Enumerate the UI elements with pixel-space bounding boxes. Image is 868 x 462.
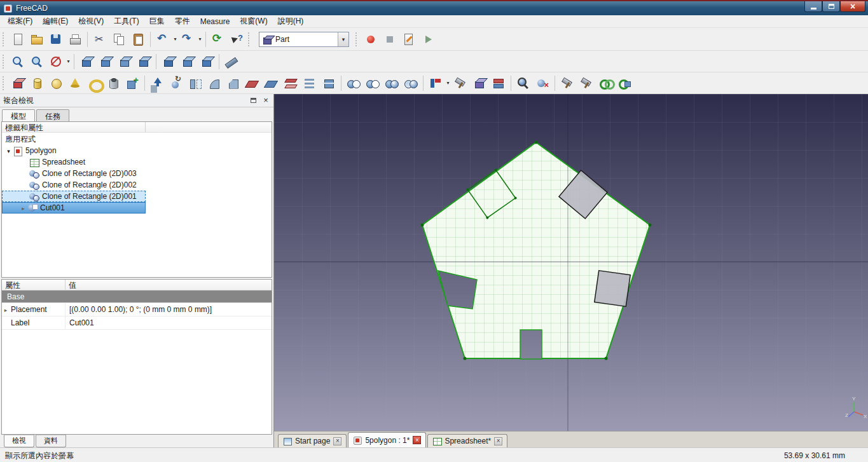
boolean-common-button[interactable] [401,74,420,93]
property-row-placement[interactable]: Placement [(0.00 0.00 1.00); 0 °; (0 mm … [2,303,272,316]
split-pick-button[interactable] [451,74,470,93]
mirror-button[interactable] [186,74,205,93]
tab-view[interactable]: 檢視 [4,435,34,447]
undo-button[interactable] [153,30,172,49]
menu-part[interactable]: 零件 [170,15,195,28]
create-torus-button[interactable] [85,74,104,93]
workbench-dropdown-arrow[interactable] [338,32,348,46]
tree-row-document[interactable]: 5polygon [2,145,146,156]
defeaturing-button[interactable] [533,74,552,93]
ruled-surface-button[interactable] [262,74,281,93]
explode-compound-button[interactable] [489,74,508,93]
expander-closed-icon[interactable] [20,203,27,212]
3d-scene[interactable]: Y X Z [274,94,868,431]
tab-model[interactable]: 模型 [2,109,35,121]
menu-macro[interactable]: 巨集 [144,15,170,28]
view-left-button[interactable] [197,52,216,71]
fit-selection-button[interactable] [27,52,46,71]
create-box-button[interactable] [8,74,27,93]
boolean-operation-button[interactable] [344,74,363,93]
title-bar[interactable]: FreeCAD [0,1,868,15]
slice-button[interactable] [577,74,596,93]
compound-tools-button[interactable] [470,74,489,93]
check-geometry-button[interactable] [514,74,533,93]
tree-row-spreadsheet[interactable]: Spreadsheet [2,156,146,168]
macro-edit-button[interactable] [399,30,418,49]
property-row-label[interactable]: Label Cut001 [2,316,272,330]
redo-dropdown[interactable] [197,30,203,49]
placement-value[interactable]: [(0.00 0.00 1.00); 0 °; (0 mm 0 mm 0 mm)… [65,305,212,314]
tree-row-clone-003[interactable]: Clone of Rectangle (2D)003 [2,168,146,179]
property-group-base[interactable]: Base [2,290,272,303]
new-button[interactable] [8,30,27,49]
refresh-button[interactable] [209,30,228,49]
draw-style-dropdown[interactable] [65,52,71,71]
paste-button[interactable] [128,30,148,49]
maximize-button[interactable] [822,1,840,12]
revolve-button[interactable] [167,74,186,93]
menu-measure[interactable]: Measure [195,16,235,27]
minimize-button[interactable] [804,1,822,12]
close-button[interactable] [840,1,865,12]
boolean-union-button[interactable] [382,74,401,93]
cross-sections-button[interactable] [319,74,338,93]
toolbar-grip[interactable] [3,32,6,46]
join-connect-button[interactable] [426,74,445,93]
menu-file[interactable]: 檔案(F) [3,15,38,28]
undo-dropdown[interactable] [172,30,178,49]
create-cone-button[interactable] [65,74,85,93]
clone-rect-gray-2[interactable] [595,271,630,306]
join-dropdown[interactable] [445,74,451,93]
tree-row-application[interactable]: 應用程式 [2,133,146,145]
fillet-button[interactable] [205,74,224,93]
tab-spreadsheet[interactable]: Spreadsheet* [427,434,507,447]
menu-tools[interactable]: 工具(T) [109,15,144,28]
open-button[interactable] [27,30,46,49]
cutout-notch-bottom[interactable] [520,330,542,359]
create-cylinder-button[interactable] [27,74,46,93]
toolbar-grip[interactable] [355,32,359,46]
draw-style-button[interactable] [46,52,65,71]
tab-start-page[interactable]: Start page [278,434,347,447]
tree-row-clone-002[interactable]: Clone of Rectangle (2D)002 [2,179,146,191]
view-top-button[interactable] [115,52,134,71]
toolbar-grip[interactable] [248,32,251,46]
tab-5polygon[interactable]: 5polygon : 1* [348,432,426,447]
print-button[interactable] [65,30,85,49]
expander-open-icon[interactable] [5,146,12,155]
view-right-button[interactable] [134,52,153,71]
tree-row-cut001[interactable]: Cut001 [2,202,146,214]
boolean-cut-button[interactable] [363,74,382,93]
close-tab-icon[interactable] [494,437,502,445]
workbench-selector[interactable]: Part [259,32,349,47]
tree-row-clone-001[interactable]: Clone of Rectangle (2D)001 [2,191,146,202]
panel-title-bar[interactable]: 複合檢視 [0,94,273,107]
whats-this-button[interactable] [228,30,247,49]
view-front-button[interactable] [96,52,115,71]
compsolid-button[interactable] [615,74,634,93]
menu-help[interactable]: 說明(H) [273,15,309,28]
view-bottom-button[interactable] [178,52,197,71]
view-axonometric-button[interactable] [77,52,96,71]
sweep-button[interactable] [300,74,319,93]
tab-data[interactable]: 資料 [36,435,66,447]
macro-play-button[interactable] [418,30,437,49]
close-tab-icon[interactable] [333,437,341,445]
view-rear-button[interactable] [159,52,178,71]
slice-apart-button[interactable] [558,74,577,93]
menu-view[interactable]: 檢視(V) [73,15,109,28]
property-column-header[interactable]: 屬性 值 [2,280,272,290]
macro-record-button[interactable] [361,30,380,49]
cut-button[interactable] [90,30,109,49]
redo-button[interactable] [178,30,197,49]
placement-expander-icon[interactable] [2,305,10,314]
menu-windows[interactable]: 視窗(W) [235,15,272,28]
boolean-xor-button[interactable] [596,74,615,93]
copy-button[interactable] [109,30,128,49]
create-tube-button[interactable] [104,74,123,93]
extrude-button[interactable] [148,74,167,93]
menu-edit[interactable]: 編輯(E) [38,15,73,28]
tree-column-header[interactable]: 標籤和屬性 [2,122,272,133]
create-sphere-button[interactable] [46,74,65,93]
toolbar-grip[interactable] [3,55,6,69]
